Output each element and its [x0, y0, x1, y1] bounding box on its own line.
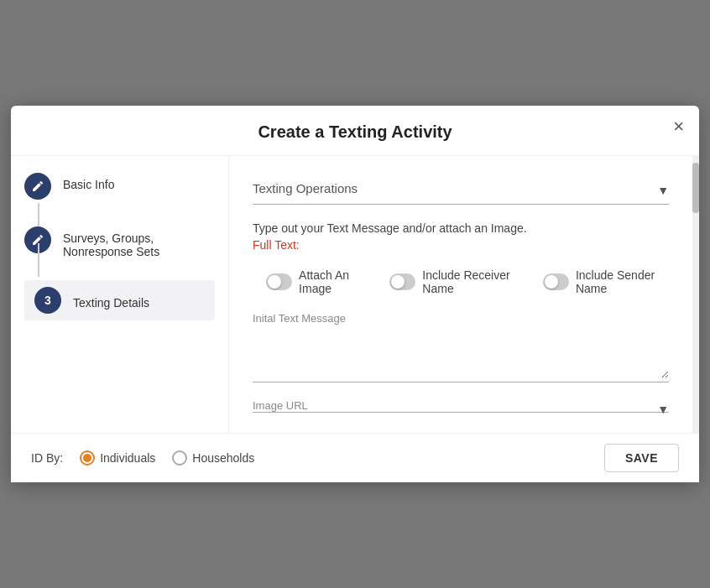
message-instruction-text: Type out your Text Message and/or attach…: [253, 221, 669, 235]
modal-dialog: Create a Texting Activity × Basic Info: [11, 106, 699, 482]
full-text-label: Full Text:: [253, 238, 669, 252]
close-button[interactable]: ×: [673, 117, 684, 136]
step-1-label: Basic Info: [63, 173, 114, 191]
step-3-label: Texting Details: [73, 291, 149, 310]
scrollbar-thumb[interactable]: [692, 163, 699, 213]
initial-text-wrapper: Inital Text Message: [253, 312, 669, 382]
initial-text-textarea[interactable]: [253, 328, 669, 378]
individuals-radio[interactable]: [80, 450, 95, 466]
save-button[interactable]: SAVE: [604, 444, 679, 472]
modal-overlay: Create a Texting Activity × Basic Info: [0, 0, 710, 588]
attach-image-toggle[interactable]: [266, 273, 292, 290]
step-3: 3 Texting Details: [24, 280, 215, 320]
step-3-circle: 3: [34, 287, 61, 314]
step-1: Basic Info: [24, 173, 215, 213]
texting-operations-wrapper: Texting Operations ▼: [253, 176, 669, 205]
texting-operations-select[interactable]: Texting Operations: [253, 176, 669, 200]
attach-image-toggle-item: Attach An Image: [266, 268, 369, 295]
toggles-row: Attach An Image Include Receiver Name In…: [253, 268, 669, 295]
include-sender-toggle[interactable]: [543, 273, 569, 290]
include-receiver-toggle[interactable]: [389, 273, 415, 290]
households-radio[interactable]: [172, 450, 187, 466]
scrollbar-track: [692, 156, 699, 433]
image-url-wrapper: Image URL ▼: [253, 399, 669, 413]
step-2: Surveys, Groups, Nonresponse Sets: [24, 213, 215, 272]
id-by-section: ID By: Individuals Households: [31, 450, 254, 466]
message-instruction-group: Type out your Text Message and/or attach…: [253, 221, 669, 252]
include-receiver-label: Include Receiver Name: [422, 268, 522, 295]
include-receiver-toggle-item: Include Receiver Name: [389, 268, 523, 295]
modal-footer: ID By: Individuals Households SAVE: [11, 433, 699, 482]
households-option[interactable]: Households: [172, 450, 254, 466]
modal-body: Basic Info Surveys, Groups, Nonresponse …: [11, 156, 699, 433]
include-sender-toggle-item: Include Sender Name: [543, 268, 669, 295]
step-2-connector: [38, 243, 39, 277]
content-area: Texting Operations ▼ Type out your Text …: [229, 156, 692, 433]
texting-operations-field: Texting Operations ▼: [253, 176, 669, 205]
stepper-sidebar: Basic Info Surveys, Groups, Nonresponse …: [11, 156, 229, 433]
id-by-label: ID By:: [31, 451, 63, 465]
step-2-label: Surveys, Groups, Nonresponse Sets: [63, 226, 215, 258]
step-1-circle: [24, 173, 51, 200]
attach-image-label: Attach An Image: [299, 268, 369, 295]
image-url-arrow-icon: ▼: [657, 403, 669, 416]
image-url-label: Image URL: [253, 399, 669, 412]
modal-title: Create a Texting Activity: [258, 122, 452, 141]
individuals-label: Individuals: [100, 451, 155, 465]
include-sender-label: Include Sender Name: [576, 268, 669, 295]
modal-header: Create a Texting Activity ×: [11, 106, 699, 156]
initial-text-label: Inital Text Message: [253, 312, 669, 325]
households-label: Households: [192, 451, 254, 465]
individuals-option[interactable]: Individuals: [80, 450, 155, 466]
